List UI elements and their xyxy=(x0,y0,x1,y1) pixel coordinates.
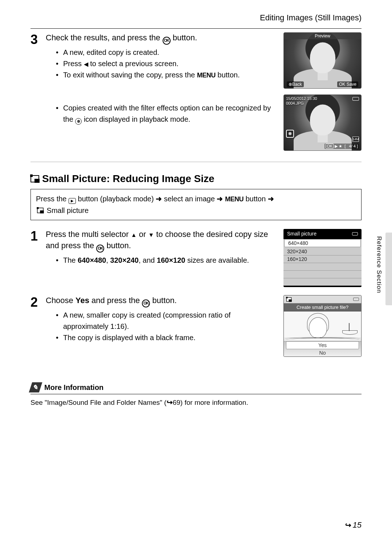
text: 69) for more information. xyxy=(173,399,248,406)
menu-option: 160×120 xyxy=(283,255,362,263)
step1-title: Press the multi selector or to choose th… xyxy=(46,229,276,253)
text: to select a previous screen. xyxy=(88,60,179,68)
ok-button-icon: OK xyxy=(142,299,150,307)
bullet: A new, smaller copy is created (compress… xyxy=(56,310,276,332)
bullet: A new, edited copy is created. xyxy=(56,47,276,58)
text: Check the results, and press the xyxy=(46,33,163,42)
size-badge: 14M xyxy=(352,137,359,142)
frame-counter: OK ▶ ★ [ 4/ 4 ] xyxy=(324,144,359,149)
bullet: Press to select a previous screen. xyxy=(56,58,276,69)
divider xyxy=(30,162,362,162)
text: select an image xyxy=(162,195,217,203)
text: , xyxy=(106,256,110,264)
save-label: OK Save xyxy=(337,81,358,87)
confirm-no: No xyxy=(284,349,361,356)
text: button. xyxy=(150,296,176,305)
menu-option: 320×240 xyxy=(283,248,362,255)
bullet: The 640×480, 320×240, and 160×120 sizes … xyxy=(56,255,276,266)
text: Yes xyxy=(75,296,89,305)
text: See "Image/Sound File and Folder Names" … xyxy=(30,399,167,406)
text: or xyxy=(137,230,148,239)
step2-title: Choose Yes and press the OK button. xyxy=(46,295,276,307)
text: A new, edited copy is created. xyxy=(63,48,159,56)
back-label: ⊗Back xyxy=(287,81,304,87)
text: button (playback mode) xyxy=(76,195,156,203)
step-number-2: 2 xyxy=(30,295,46,309)
text: Small Picture: Reducing Image Size xyxy=(42,173,215,185)
text: , and xyxy=(139,256,157,264)
small-picture-icon xyxy=(37,208,44,213)
text: Small picture xyxy=(45,206,89,214)
confirm-dialog-screenshot: Create small picture file? Yes No xyxy=(283,295,362,357)
menu-option-selected: 640×480 xyxy=(284,239,361,247)
text: button. xyxy=(216,71,240,79)
playback-screenshot: 15/05/2012 15:30 0004.JPG ✽ OK ▶ ★ [ 4/ … xyxy=(283,94,362,151)
playback-button-icon xyxy=(69,198,76,204)
preview-screenshot: Preview ⊗Back OK Save xyxy=(283,32,362,89)
preview-label: Preview xyxy=(284,33,361,39)
overlay-datetime: 15/05/2012 15:30 0004.JPG xyxy=(286,96,317,106)
page-header: Editing Images (Still Images) xyxy=(30,13,362,27)
arrow-icon xyxy=(156,195,162,203)
ok-button-icon: OK xyxy=(163,37,171,45)
filter-effects-icon xyxy=(75,118,82,125)
ok-button-icon: OK xyxy=(96,245,104,253)
menu-icon: MENU xyxy=(197,72,216,79)
text: icon displayed in playback mode. xyxy=(82,115,190,123)
section-title: Small Picture: Reducing Image Size xyxy=(30,173,362,185)
step-number-3: 3 xyxy=(30,32,46,46)
small-picture-icon xyxy=(30,175,39,182)
filter-badge-icon: ✽ xyxy=(286,130,294,138)
text: 320×240 xyxy=(110,256,139,264)
text: 160×120 xyxy=(157,256,185,264)
text: 15 xyxy=(353,520,362,530)
step3-title: Check the results, and press the OK butt… xyxy=(46,32,276,45)
size-menu-screenshot: Small picture 640×480 320×240 160×120 xyxy=(283,229,362,287)
page-number: ↪15 xyxy=(345,520,362,530)
bullet: To exit without saving the copy, press t… xyxy=(56,69,276,81)
text: 640×480 xyxy=(78,256,106,264)
bullet: The copy is displayed with a black frame… xyxy=(56,332,276,343)
menu-option-empty xyxy=(283,271,362,278)
menu-title: Small picture xyxy=(283,229,362,238)
text: The xyxy=(63,256,78,264)
left-arrow-icon xyxy=(84,60,88,68)
side-tab xyxy=(385,233,392,305)
reference-icon: ↪ xyxy=(345,521,351,529)
text: More Information xyxy=(44,383,103,392)
side-section-label: Reference Section xyxy=(375,236,383,293)
text: button. xyxy=(171,33,197,42)
text: button. xyxy=(104,241,131,250)
up-arrow-icon xyxy=(131,230,137,239)
confirm-illustration xyxy=(284,311,361,341)
battery-icon xyxy=(352,97,359,101)
arrow-icon xyxy=(268,195,274,203)
divider xyxy=(30,28,362,29)
text: sizes are available. xyxy=(185,256,249,264)
note-icon: ✎ xyxy=(29,382,42,392)
confirm-prompt: Create small picture file? xyxy=(284,303,361,311)
menu-option-empty xyxy=(283,278,362,286)
divider xyxy=(30,394,362,394)
text: and press the xyxy=(89,296,142,305)
more-info-text: See "Image/Sound File and Folder Names" … xyxy=(30,398,362,407)
text: Press xyxy=(63,60,84,68)
more-info-heading: ✎ More Information xyxy=(30,382,362,392)
battery-icon xyxy=(352,232,358,235)
arrow-icon xyxy=(217,195,223,203)
menu-icon: MENU xyxy=(225,196,244,203)
text: Press the multi selector xyxy=(46,230,131,239)
text: Choose xyxy=(46,296,75,305)
navigation-path: Press the button (playback mode) select … xyxy=(30,189,362,220)
small-picture-icon xyxy=(286,297,291,302)
menu-option-empty xyxy=(283,263,362,271)
bullet: Copies created with the filter effects o… xyxy=(56,102,276,125)
text: Press the xyxy=(36,195,69,203)
battery-icon xyxy=(353,298,359,301)
down-arrow-icon xyxy=(148,230,154,239)
text: button xyxy=(244,195,268,203)
reference-icon: ↪ xyxy=(167,398,173,407)
text: To exit without saving the copy, press t… xyxy=(63,71,197,79)
step-number-1: 1 xyxy=(30,229,46,243)
confirm-yes: Yes xyxy=(286,341,359,349)
